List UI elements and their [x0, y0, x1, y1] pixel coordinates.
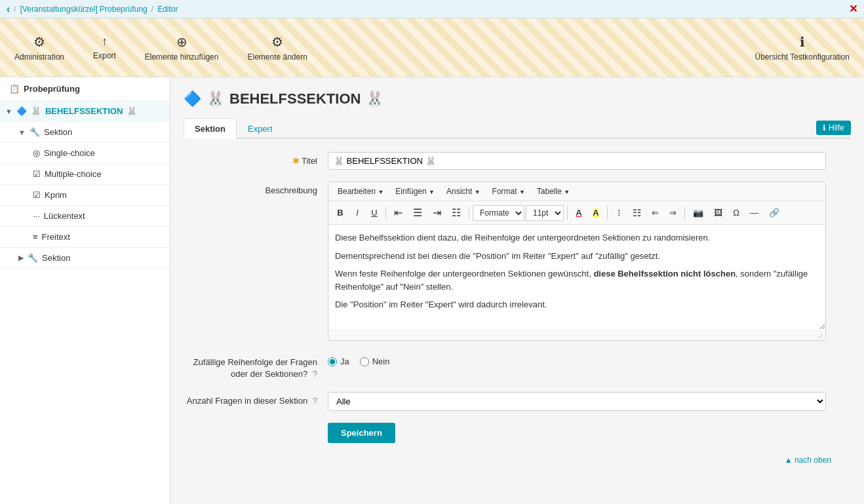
uebersicht-button[interactable]: ℹ Übersicht Testkonfiguration: [747, 29, 857, 67]
toolbar-align-left[interactable]: ⇤: [389, 204, 407, 222]
page-title-emoji-left: 🐰: [206, 90, 224, 107]
zufaellige-help-icon[interactable]: ?: [313, 369, 317, 379]
toolbar-underline[interactable]: U: [366, 205, 382, 220]
radio-ja[interactable]: [328, 357, 337, 366]
export-button[interactable]: ↑ Export: [85, 29, 124, 66]
toolbar-link[interactable]: 🔗: [764, 205, 784, 220]
anzahl-control: Alle: [328, 392, 826, 411]
sidebar: 📋 Probeprüfung ▼ 🔷 🐰 BEHELFSSEKTION 🐰 ▼ …: [0, 77, 170, 504]
radio-nein[interactable]: [360, 357, 369, 366]
tab-expert[interactable]: Expert: [237, 118, 284, 139]
nach-oben-link[interactable]: ▲ nach oben: [778, 453, 838, 467]
toolbar-font-color[interactable]: A: [571, 205, 587, 220]
tree-arrow-behelfs: ▼: [5, 107, 12, 115]
sidebar-item-freitext[interactable]: ≡ Freitext: [0, 227, 170, 248]
toolbar-align-center[interactable]: ☰: [408, 204, 427, 222]
export-label: Export: [93, 51, 116, 60]
save-button-label: Speichern: [341, 428, 382, 438]
titel-label-text: Titel: [302, 156, 317, 166]
elemente-aendern-button[interactable]: ⚙ Elemente ändern: [239, 29, 315, 67]
toolbar-align-right[interactable]: ⇥: [428, 204, 446, 222]
menu-bearbeiten[interactable]: Bearbeiten ▼: [332, 185, 389, 198]
sidebar-top[interactable]: 📋 Probeprüfung: [0, 77, 170, 101]
elemente-aendern-label: Elemente ändern: [247, 52, 307, 62]
toolbar-hr[interactable]: —: [745, 205, 763, 220]
radio-ja-label[interactable]: Ja: [328, 357, 349, 366]
breadcrumb-veranstaltung[interactable]: [Veranstaltungskürzel] Probeprüfung: [20, 5, 147, 14]
toolbar-indent-decrease[interactable]: ⇐: [647, 205, 663, 220]
zufaellige-label: Zufällige Reihenfolge der Fragen oder de…: [184, 353, 328, 380]
menu-einfuegen[interactable]: Einfügen ▼: [390, 185, 440, 198]
sidebar-item-kprim[interactable]: ☑ Kprim: [0, 185, 170, 206]
back-button[interactable]: ‹: [7, 3, 10, 15]
arrow-sektion1: ▼: [18, 128, 26, 136]
anzahl-select[interactable]: Alle: [328, 392, 826, 411]
zufaellige-control: Ja Nein: [328, 353, 826, 366]
close-button[interactable]: ✕: [849, 3, 857, 15]
toolbar-formate-dropdown[interactable]: Formate: [473, 205, 524, 221]
multiple-choice-label: Multiple-choice: [45, 169, 102, 179]
radio-nein-text: Nein: [372, 357, 390, 366]
behelfs-emoji: 🐰: [31, 106, 41, 116]
sidebar-item-behelfs[interactable]: ▼ 🔷 🐰 BEHELFSSEKTION 🐰: [0, 101, 170, 122]
menu-ansicht[interactable]: Ansicht ▼: [441, 185, 486, 198]
resize-handle[interactable]: ⊿: [328, 330, 825, 340]
help-button[interactable]: ℹ Hilfe: [816, 121, 851, 135]
sidebar-item-lueckentext[interactable]: ··· Lückentext: [0, 206, 170, 227]
sidebar-item-multiple-choice[interactable]: ☑ Multiple-choice: [0, 164, 170, 185]
anzahl-help-icon[interactable]: ?: [313, 396, 317, 406]
freitext-label: Freitext: [42, 232, 70, 242]
menu-tabelle[interactable]: Tabelle ▼: [532, 185, 575, 198]
lueckentext-label: Lückentext: [44, 211, 85, 221]
toolbar-italic[interactable]: I: [349, 205, 365, 220]
editor-menubar: Bearbeiten ▼ Einfügen ▼ Ansicht ▼ Format…: [328, 182, 825, 201]
titel-input[interactable]: [328, 152, 826, 170]
toolbar-sep4: [607, 206, 608, 220]
sidebar-item-sektion1[interactable]: ▼ 🔧 Sektion: [0, 122, 170, 143]
editor-toolbar: B I U ⇤ ☰ ⇥ ☷ Formate 11pt: [328, 201, 825, 225]
save-button[interactable]: Speichern: [328, 423, 395, 443]
toolbar-bg-color[interactable]: A: [588, 205, 604, 220]
behelfs-icon: 🔷: [16, 106, 27, 116]
toolbar-align-justify[interactable]: ☷: [447, 204, 465, 222]
editor-wrapper: Bearbeiten ▼ Einfügen ▼ Ansicht ▼ Format…: [328, 182, 826, 341]
toolbar-fontsize-dropdown[interactable]: 11pt: [526, 205, 564, 221]
zufaellige-label-text: Zufällige Reihenfolge der Fragen oder de…: [193, 357, 317, 379]
arrow-sektion2: ▶: [18, 254, 24, 262]
anzahl-label-text: Anzahl Fragen in dieser Sektion: [187, 396, 307, 406]
toolbar-indent-increase[interactable]: ⇒: [665, 205, 681, 220]
uebersicht-label: Übersicht Testkonfiguration: [755, 52, 850, 62]
save-control: Speichern: [328, 423, 826, 443]
toolbar-sep1: [385, 206, 386, 220]
info-icon: ℹ: [800, 34, 805, 50]
toolbar-omega[interactable]: Ω: [728, 205, 744, 220]
editor-para-3: Wenn feste Reihenfolge der untergeordnet…: [335, 267, 819, 293]
toolbar-bold[interactable]: B: [332, 205, 348, 220]
toolbar-list-ol[interactable]: ☷: [628, 204, 646, 222]
toolbar-list-ul[interactable]: ⁝: [611, 204, 627, 222]
toolbar-sep5: [684, 206, 685, 220]
page-title: 🔷 🐰 BEHELFSSEKTION 🐰: [184, 90, 851, 107]
administration-button[interactable]: ⚙ Administration: [7, 29, 72, 67]
toolbar-screenshot[interactable]: 📷: [688, 205, 708, 220]
administration-icon: ⚙: [33, 34, 45, 50]
editor-content[interactable]: Diese Behelfssektion dient dazu, die Rei…: [328, 225, 825, 330]
editor-para-4: Die "Position" im Reiter "Expert" wird d…: [335, 298, 819, 311]
tab-sektion[interactable]: Sektion: [184, 118, 237, 139]
radio-nein-label[interactable]: Nein: [360, 357, 390, 366]
export-icon: ↑: [102, 35, 108, 48]
menu-format[interactable]: Format ▼: [487, 185, 530, 198]
help-icon: ℹ: [823, 123, 826, 132]
sidebar-top-icon: 📋: [9, 84, 20, 94]
titel-control: [328, 152, 826, 170]
sektion1-label: Sektion: [44, 127, 72, 137]
sidebar-behelfs-label: BEHELFSSEKTION: [45, 106, 123, 116]
sidebar-item-sektion2[interactable]: ▶ 🔧 Sektion: [0, 248, 170, 269]
breadcrumb-editor[interactable]: Editor: [157, 5, 178, 14]
sidebar-item-single-choice[interactable]: ◎ Single-choice: [0, 143, 170, 164]
elemente-hinzufuegen-button[interactable]: ⊕ Elemente hinzufügen: [137, 29, 227, 67]
toolbar-image[interactable]: 🖼: [709, 205, 727, 220]
single-choice-label: Single-choice: [44, 148, 95, 158]
radio-ja-text: Ja: [340, 357, 349, 366]
sektion2-label: Sektion: [42, 253, 70, 263]
